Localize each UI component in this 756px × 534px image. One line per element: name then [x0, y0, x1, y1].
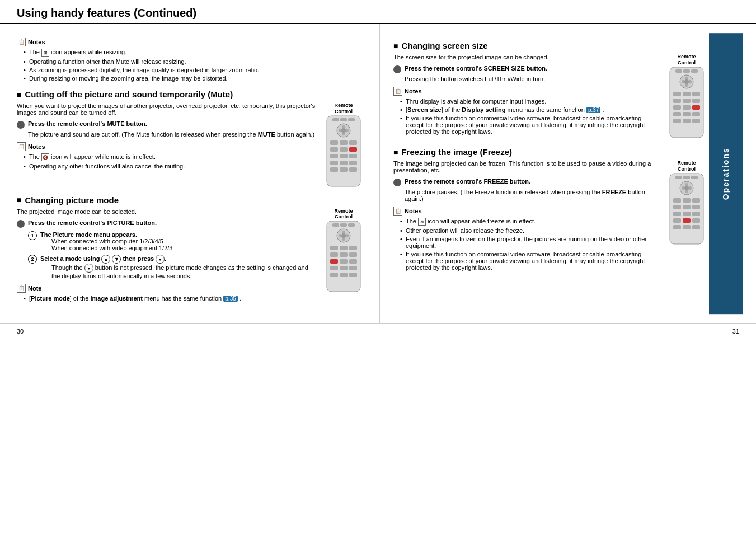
screen-size-notes: 📋 Notes Thru display is available for co… — [393, 87, 660, 135]
mute-bullet — [17, 121, 25, 129]
svg-rect-19 — [330, 161, 338, 165]
step1-computer: When connected with computer 1/2/3/4/5 — [51, 238, 172, 245]
mute-press-desc: The picture and sound are cut off. (The … — [17, 131, 317, 138]
top-note-4: During resizing or moving the zooming ar… — [24, 75, 366, 82]
svg-rect-2 — [340, 118, 347, 121]
picture-remote-side: RemoteControl — [321, 208, 366, 307]
freeze-note-2: Other operation will also release the fr… — [400, 227, 660, 234]
picture-step1: 1 The Picture mode menu appears. When co… — [17, 231, 317, 251]
svg-rect-90 — [692, 205, 700, 209]
freeze-icon: ❄ — [418, 218, 426, 226]
svg-rect-24 — [349, 167, 357, 172]
svg-rect-64 — [683, 99, 691, 103]
mute-notes: 📋 Notes The 🔇 icon will appear while mut… — [17, 142, 317, 170]
screen-size-content: The screen size for the projected image … — [393, 54, 709, 139]
freeze-remote: RemoteControl — [664, 160, 709, 275]
svg-rect-70 — [683, 112, 691, 116]
image-adj-bold: Image adjustment — [90, 295, 143, 302]
svg-rect-17 — [340, 154, 348, 158]
screen-size-main: The screen size for the projected image … — [393, 54, 660, 139]
svg-rect-45 — [340, 266, 348, 270]
top-notes-list: The ⊞ icon appears while resizing. Opera… — [17, 49, 366, 82]
mute-main-content: When you want to project the images of a… — [17, 102, 317, 188]
svg-rect-35 — [330, 246, 338, 250]
svg-point-84 — [684, 186, 689, 190]
picture-note-item: [Picture mode] of the Image adjustment m… — [24, 295, 317, 302]
freeze-notes-label: Notes — [405, 208, 422, 214]
screen-size-remote: RemoteControl — [664, 54, 709, 139]
picture-mode-content: The projected image mode can be selected… — [17, 208, 366, 307]
freeze-desc-text: The picture pauses. (The Freeze function… — [405, 189, 660, 202]
screen-size-notes-header: 📋 Notes — [393, 87, 660, 96]
svg-rect-92 — [683, 212, 691, 216]
right-page-content: Changing screen size The screen size for… — [393, 33, 709, 314]
mute-content-with-remote: When you want to project the images of a… — [17, 102, 366, 188]
page-footer: 30 31 — [0, 323, 756, 339]
screen-size-desc: Pressing the button switches Full/Thru/W… — [393, 76, 660, 82]
svg-rect-36 — [340, 246, 348, 250]
svg-rect-88 — [673, 205, 681, 209]
page-header: Using handy features (Continued) — [0, 0, 756, 24]
screen-size-notes-label: Notes — [405, 88, 422, 95]
picture-ref: p.35 — [223, 296, 237, 302]
svg-rect-71 — [692, 112, 700, 116]
svg-rect-20 — [340, 161, 348, 165]
screen-size-desc-text: Pressing the button switches Full/Thru/W… — [405, 76, 660, 82]
picture-remote-svg — [325, 220, 363, 293]
picture-note-label: Note — [28, 285, 41, 292]
freeze-press-desc: The picture pauses. (The Freeze function… — [393, 189, 660, 202]
freeze-note-1: The ❄ icon will appear while freeze is i… — [400, 218, 660, 226]
svg-rect-49 — [349, 273, 357, 277]
svg-rect-93 — [692, 212, 700, 216]
enter-icon2: ● — [84, 264, 93, 273]
mute-notes-header: 📋 Notes — [17, 142, 317, 151]
mute-section: Cutting off the picture and sound tempor… — [17, 90, 366, 188]
screen-size-notes-icon: 📋 — [393, 87, 402, 96]
resize-icon: ⊞ — [41, 49, 49, 57]
freeze-section: Freezing the image (Freeze) The image be… — [393, 147, 709, 275]
svg-rect-96 — [692, 218, 700, 223]
top-notes-label: Notes — [28, 39, 45, 45]
svg-rect-46 — [349, 266, 357, 270]
mute-bold: MUTE — [258, 131, 275, 138]
svg-rect-67 — [683, 105, 691, 110]
screen-size-bold: Screen size — [407, 106, 442, 113]
freeze-notes-icon: 📋 — [393, 207, 402, 216]
freeze-remote-label: RemoteControl — [677, 160, 696, 172]
screen-size-remote-label: RemoteControl — [677, 54, 696, 66]
svg-rect-77 — [683, 176, 690, 179]
picture-press: Press the remote control's PICTURE butto… — [17, 219, 317, 228]
svg-rect-28 — [348, 223, 355, 227]
right-page: Changing screen size The screen size for… — [380, 24, 756, 323]
step1-details: When connected with computer 1/2/3/4/5 W… — [40, 238, 172, 251]
operations-label: Operations — [721, 147, 730, 200]
screen-size-press: Press the remote control's SCREEN SIZE b… — [393, 65, 660, 73]
svg-rect-53 — [691, 69, 698, 73]
svg-rect-95 — [683, 218, 691, 223]
svg-rect-91 — [673, 212, 681, 216]
picture-note: 📋 Note [Picture mode] of the Image adjus… — [17, 284, 317, 302]
svg-rect-89 — [683, 205, 691, 209]
left-page: 📋 Notes The ⊞ icon appears while resizin… — [0, 24, 380, 323]
svg-rect-23 — [340, 167, 348, 172]
freeze-notes: 📋 Notes The ❄ icon will appear while fre… — [393, 207, 660, 271]
svg-rect-44 — [330, 266, 338, 270]
svg-rect-40 — [349, 252, 357, 257]
svg-point-9 — [341, 128, 346, 133]
svg-rect-99 — [692, 225, 700, 229]
screen-size-title: Changing screen size — [393, 41, 709, 50]
svg-rect-66 — [673, 105, 681, 110]
freeze-remote-svg — [668, 172, 706, 245]
svg-rect-47 — [330, 273, 338, 277]
mute-section-title: Cutting off the picture and sound tempor… — [17, 90, 366, 99]
svg-rect-62 — [692, 92, 700, 96]
page-title: Using handy features (Continued) — [17, 7, 196, 19]
svg-rect-11 — [340, 140, 348, 145]
svg-rect-16 — [330, 154, 338, 158]
svg-rect-51 — [675, 69, 682, 73]
picture-step2: 2 Select a mode using ▲ ▼ then press ●. — [17, 255, 317, 280]
svg-rect-38 — [330, 252, 338, 257]
step2-content: Select a mode using ▲ ▼ then press ●. Th… — [40, 255, 317, 280]
mute-remote-side: RemoteControl — [321, 102, 366, 188]
screen-size-section: Changing screen size The screen size for… — [393, 41, 709, 139]
